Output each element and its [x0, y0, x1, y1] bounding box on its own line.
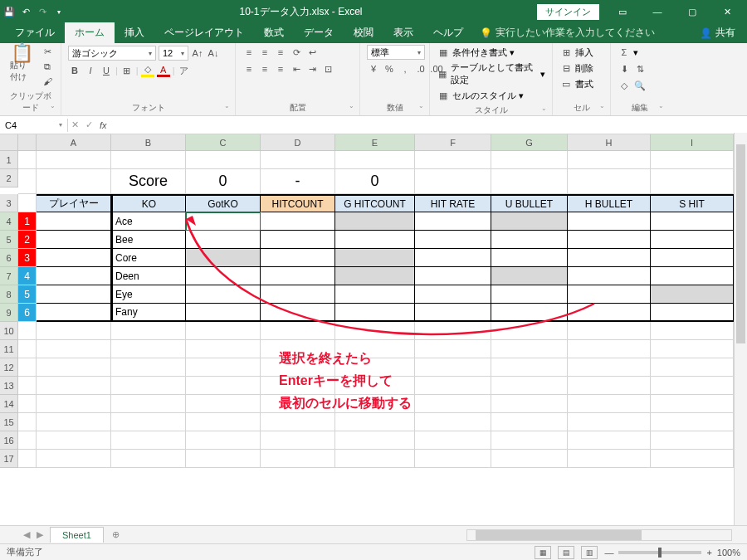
cell[interactable] — [491, 377, 568, 395]
zoom-slider[interactable]: — + 100% — [604, 548, 740, 558]
cell[interactable] — [261, 304, 335, 322]
align-left-icon[interactable]: ≡ — [242, 62, 256, 75]
cell[interactable] — [568, 169, 651, 194]
font-color-icon[interactable]: A — [157, 64, 170, 77]
cell[interactable] — [491, 322, 568, 340]
cell[interactable] — [18, 151, 37, 169]
cell[interactable] — [186, 304, 261, 322]
cell[interactable] — [568, 413, 651, 431]
cell[interactable] — [111, 413, 186, 431]
cell[interactable] — [111, 395, 186, 413]
cell[interactable]: Eye — [111, 285, 186, 304]
cell[interactable]: プレイヤー — [37, 194, 111, 212]
format-as-table-button[interactable]: ▦テーブルとして書式設定 ▾ — [437, 61, 545, 87]
cell[interactable] — [335, 413, 415, 431]
find-icon[interactable]: 🔍 — [633, 79, 647, 92]
cell[interactable]: Bee — [111, 231, 186, 249]
cell[interactable]: Core — [111, 249, 186, 267]
cell[interactable] — [18, 134, 37, 151]
conditional-format-button[interactable]: ▦条件付き書式 ▾ — [437, 45, 515, 60]
cell[interactable] — [651, 322, 734, 340]
cell[interactable]: 6 — [18, 304, 37, 322]
row-header[interactable]: 11 — [0, 340, 18, 358]
formula-bar[interactable] — [110, 124, 747, 127]
cell[interactable]: U BULLET — [491, 194, 568, 212]
cell[interactable] — [37, 212, 111, 231]
cell[interactable] — [261, 450, 335, 468]
cell[interactable] — [491, 340, 568, 358]
cell[interactable] — [568, 267, 651, 285]
cell[interactable] — [37, 267, 111, 285]
add-sheet-button[interactable]: ⊕ — [104, 527, 128, 543]
cell[interactable] — [651, 212, 734, 231]
cell[interactable] — [491, 212, 568, 231]
cell[interactable] — [415, 322, 491, 340]
cell[interactable] — [491, 249, 568, 267]
cell[interactable]: 0 — [186, 169, 261, 194]
cell[interactable] — [415, 169, 491, 194]
cell[interactable] — [335, 151, 415, 169]
cell[interactable] — [261, 413, 335, 431]
col-header[interactable]: H — [568, 134, 651, 151]
maximize-button[interactable]: ▢ — [676, 0, 709, 23]
view-layout-button[interactable]: ▤ — [558, 546, 574, 559]
row-header[interactable]: 5 — [0, 231, 18, 249]
cell[interactable] — [415, 267, 491, 285]
cell[interactable] — [18, 450, 37, 468]
cell[interactable] — [335, 304, 415, 322]
align-center-icon[interactable]: ≡ — [258, 62, 271, 75]
cell[interactable] — [651, 249, 734, 267]
cell[interactable] — [651, 285, 734, 304]
align-right-icon[interactable]: ≡ — [274, 62, 287, 75]
cut-icon[interactable]: ✂ — [41, 45, 54, 58]
cell[interactable] — [335, 322, 415, 340]
cell[interactable] — [415, 431, 491, 450]
fill-icon[interactable]: ⬇ — [618, 62, 631, 75]
cell[interactable] — [335, 212, 415, 231]
cell[interactable] — [491, 450, 568, 468]
cell[interactable] — [111, 431, 186, 450]
cell[interactable]: Ace — [111, 212, 186, 231]
cell[interactable] — [415, 450, 491, 468]
sheet-prev-icon[interactable]: ◀ — [23, 529, 30, 540]
cell[interactable] — [651, 267, 734, 285]
autosum-icon[interactable]: Σ — [618, 46, 631, 59]
cell[interactable] — [37, 169, 111, 194]
cell[interactable]: 1 — [18, 212, 37, 231]
cell[interactable] — [651, 151, 734, 169]
shrink-font-icon[interactable]: A↓ — [207, 46, 220, 60]
undo-icon[interactable]: ↶ — [20, 6, 32, 17]
name-box[interactable]: C4▾ — [0, 119, 68, 132]
cell[interactable] — [335, 285, 415, 304]
cell[interactable] — [568, 431, 651, 450]
tab-file[interactable]: ファイル — [5, 22, 65, 43]
cell[interactable] — [568, 322, 651, 340]
bold-button[interactable]: B — [68, 64, 81, 77]
cell[interactable] — [261, 267, 335, 285]
currency-icon[interactable]: ¥ — [367, 62, 380, 75]
col-header[interactable]: E — [335, 134, 415, 151]
redo-icon[interactable]: ↷ — [37, 6, 48, 17]
cell[interactable] — [335, 450, 415, 468]
cell[interactable] — [415, 304, 491, 322]
wrap-text-icon[interactable]: ↩ — [305, 46, 319, 59]
share-button[interactable]: 👤共有 — [688, 22, 747, 43]
row-header[interactable]: 16 — [0, 431, 18, 450]
cell[interactable] — [261, 151, 335, 169]
cell[interactable] — [415, 231, 491, 249]
save-icon[interactable]: 💾 — [3, 6, 15, 17]
col-header[interactable]: C — [186, 134, 261, 151]
cell[interactable] — [261, 212, 335, 231]
cell[interactable] — [37, 377, 111, 395]
cell[interactable] — [568, 151, 651, 169]
cell[interactable] — [111, 450, 186, 468]
cell[interactable]: KO — [111, 194, 186, 212]
font-size-select[interactable]: 12▾ — [159, 46, 188, 61]
tab-review[interactable]: 校閲 — [344, 22, 383, 43]
cell[interactable] — [335, 267, 415, 285]
row-header[interactable]: 15 — [0, 413, 18, 431]
cell[interactable] — [18, 340, 37, 358]
cell[interactable] — [491, 267, 568, 285]
row-header[interactable]: 3 — [0, 194, 18, 212]
indent-dec-icon[interactable]: ⇤ — [290, 62, 303, 75]
